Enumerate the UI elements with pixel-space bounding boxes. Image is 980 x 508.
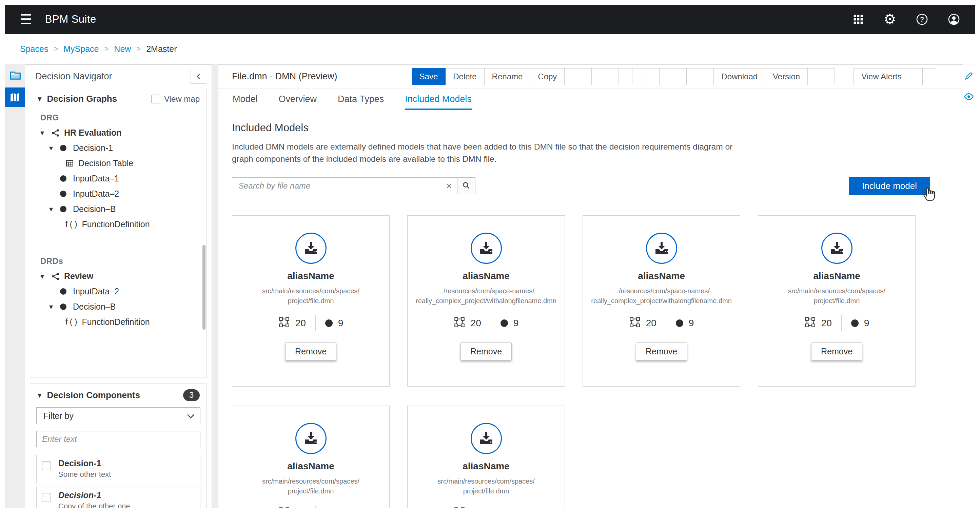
tree-item-decision-1[interactable]: ▾Decision-1 xyxy=(30,140,207,156)
rename-button[interactable]: Rename xyxy=(484,68,531,85)
caret-down-icon[interactable]: ▾ xyxy=(38,94,42,104)
settings-gear-icon[interactable]: ⚙ xyxy=(883,12,896,27)
collapse-panel-button[interactable]: ‹ xyxy=(191,69,206,84)
decision-component-item[interactable]: Decision-1Copy of the other one xyxy=(36,487,200,508)
model-import-icon xyxy=(295,423,326,454)
decision-node-icon xyxy=(60,145,70,151)
copy-button[interactable]: Copy xyxy=(530,68,565,85)
stats-divider xyxy=(491,506,491,508)
delete-button[interactable]: Delete xyxy=(445,68,484,85)
view-alerts-button[interactable]: View Alerts xyxy=(854,68,909,85)
tree-item-inputdata-1[interactable]: InputData–1 xyxy=(30,171,207,186)
model-path-line1: src/main/resources/com/spaces/ xyxy=(438,476,535,486)
explorer-folder-icon[interactable] xyxy=(8,68,23,82)
search-button[interactable] xyxy=(457,177,476,194)
model-import-icon xyxy=(295,233,326,264)
tree-item-review[interactable]: ▾Review xyxy=(30,269,207,284)
toolbar-placeholder-button[interactable] xyxy=(564,68,578,85)
component-description: Some other text xyxy=(58,470,195,479)
tree-item-inputdata-2[interactable]: InputData–2 xyxy=(30,186,207,201)
navigator-scrollbar[interactable] xyxy=(202,245,205,330)
included-models-description: Included DMN models are externally defin… xyxy=(232,141,754,165)
user-avatar-icon[interactable] xyxy=(948,13,960,25)
model-path: src/main/resources/com/spaces/ project/f… xyxy=(434,476,538,496)
help-icon[interactable]: ? xyxy=(916,13,928,25)
caret-down-icon[interactable]: ▾ xyxy=(40,272,49,281)
tree-item-decision-b[interactable]: ▾Decision–B xyxy=(30,299,207,314)
toolbar-placeholder-button[interactable] xyxy=(659,68,673,85)
tree-item-decision-table[interactable]: Decision Table xyxy=(30,156,207,171)
tab-included-models[interactable]: Included Models xyxy=(405,89,472,110)
download-button[interactable]: Download xyxy=(713,68,765,85)
preview-eye-icon[interactable] xyxy=(964,92,974,103)
tree-item-hr-evaluation[interactable]: ▾HR Evaluation xyxy=(30,125,207,140)
decision-node-icon xyxy=(60,206,70,212)
components-filter-input[interactable] xyxy=(36,431,200,447)
breadcrumb-current: 2Master xyxy=(146,44,177,54)
caret-down-icon[interactable]: ▾ xyxy=(49,205,58,213)
component-checkbox[interactable] xyxy=(42,493,51,502)
toolbar-placeholder-button[interactable] xyxy=(807,68,821,85)
tab-data-types[interactable]: Data Types xyxy=(338,89,384,110)
include-model-button[interactable]: Include model xyxy=(849,177,930,195)
drg-elements-icon xyxy=(278,506,290,508)
hamburger-menu-icon[interactable]: ☰ xyxy=(20,13,32,26)
model-stats: 20 9 xyxy=(278,506,344,508)
breadcrumb-new[interactable]: New xyxy=(114,44,131,54)
component-checkbox[interactable] xyxy=(42,461,51,470)
tab-overview[interactable]: Overview xyxy=(279,89,317,110)
toolbar-placeholder-button[interactable] xyxy=(700,68,714,85)
tree-item-inputdata-2[interactable]: InputData–2 xyxy=(30,284,207,299)
tree-item-functiondefinition[interactable]: f ( )FunctionDefinition xyxy=(30,217,207,232)
caret-down-icon[interactable]: ▾ xyxy=(38,391,42,400)
toolbar-placeholder-button[interactable] xyxy=(922,68,936,85)
component-description: Copy of the other one xyxy=(58,502,195,508)
toolbar-placeholder-button[interactable] xyxy=(605,68,619,85)
toolbar-placeholder-button[interactable] xyxy=(619,68,632,85)
caret-down-icon[interactable]: ▾ xyxy=(49,144,58,153)
decision-navigator-map-icon[interactable] xyxy=(5,88,25,107)
view-map-toggle[interactable]: View map xyxy=(151,94,200,104)
remove-model-button[interactable]: Remove xyxy=(285,342,336,360)
version-button[interactable]: Version xyxy=(765,68,808,85)
toolbar-placeholder-button[interactable] xyxy=(578,68,592,85)
tree-item-functiondefinition[interactable]: f ( )FunctionDefinition xyxy=(30,314,207,330)
save-button[interactable]: Save xyxy=(412,68,446,85)
included-models-grid: aliasName src/main/resources/com/spaces/… xyxy=(232,215,931,508)
view-map-checkbox[interactable] xyxy=(151,95,160,104)
filter-by-select[interactable]: Filter by xyxy=(36,407,200,424)
toolbar-placeholder-button[interactable] xyxy=(646,68,660,85)
breadcrumb-separator: > xyxy=(104,45,108,53)
search-input[interactable] xyxy=(232,177,457,194)
remove-model-button[interactable]: Remove xyxy=(460,342,512,360)
model-stats: 20 9 xyxy=(454,506,519,508)
graph-node-icon xyxy=(51,272,61,281)
caret-down-icon[interactable]: ▾ xyxy=(49,303,58,311)
toolbar-placeholder-button[interactable] xyxy=(686,68,700,85)
remove-model-button[interactable]: Remove xyxy=(636,342,687,360)
toolbar-placeholder-button[interactable] xyxy=(821,68,835,85)
toolbar-placeholder-button[interactable] xyxy=(632,68,646,85)
breadcrumb-myspace[interactable]: MySpace xyxy=(64,44,99,54)
toolbar-placeholder-button[interactable] xyxy=(673,68,687,85)
clear-search-icon[interactable]: × xyxy=(446,181,452,191)
model-path-line1: .../resources/com/space-names/ xyxy=(591,286,732,296)
remove-model-button[interactable]: Remove xyxy=(811,342,862,360)
search-icon xyxy=(462,181,471,191)
tree-item-decision-b[interactable]: ▾Decision–B xyxy=(30,201,207,217)
edit-pencil-icon[interactable] xyxy=(964,71,974,82)
component-name: Decision-1 xyxy=(58,490,195,500)
masthead: ☰ BPM Suite ⚙ ? xyxy=(5,5,975,34)
decision-table-icon xyxy=(65,159,76,167)
toolbar-placeholder-button[interactable] xyxy=(909,68,923,85)
components-dot-icon xyxy=(851,319,859,327)
stats-divider xyxy=(666,315,667,331)
dmn-editor-panel: File.dmn - DMN (Preview) Save Delete Ren… xyxy=(218,64,964,508)
apps-grid-icon[interactable] xyxy=(853,14,864,25)
decision-component-item[interactable]: Decision-1Some other text xyxy=(36,455,200,483)
toolbar-placeholder-button[interactable] xyxy=(592,68,605,85)
caret-down-icon[interactable]: ▾ xyxy=(40,129,49,137)
tab-model[interactable]: Model xyxy=(232,89,258,110)
breadcrumb-spaces[interactable]: Spaces xyxy=(20,44,48,54)
tree-item-label: FunctionDefinition xyxy=(82,317,150,327)
